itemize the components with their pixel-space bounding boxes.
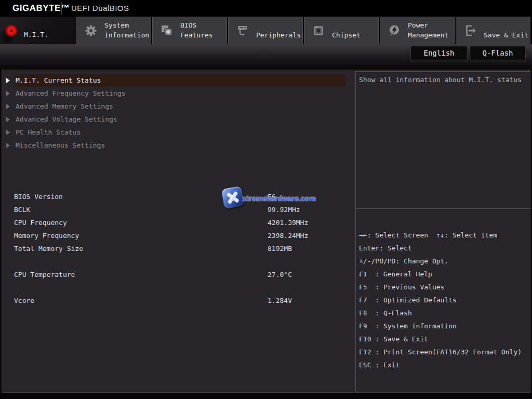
help-key-line: ESC : Exit bbox=[359, 358, 529, 371]
info-value: 8192MB bbox=[268, 245, 292, 252]
tab-label-mit: M.I.T. bbox=[24, 20, 48, 41]
submenu-arrow-icon bbox=[6, 143, 10, 148]
tab-system-information[interactable]: System Information bbox=[76, 17, 151, 44]
watermark-text: xtremehardware.com bbox=[243, 194, 316, 203]
bios-features-icon bbox=[159, 23, 174, 38]
tab-label-save-exit: Save & Exit bbox=[484, 20, 528, 42]
mit-red-circle-icon bbox=[5, 24, 18, 37]
info-row-memory-frequency: Memory Frequency 2398.24MHz bbox=[2, 232, 354, 241]
peripherals-icon bbox=[235, 23, 250, 38]
tab-label-bios-features: BIOS Features bbox=[180, 20, 213, 42]
hotkey-legend: →←: Select Screen ↑↓: Select Item Enter:… bbox=[359, 229, 529, 371]
info-label: CPU Temperature bbox=[14, 271, 75, 278]
tab-peripherals[interactable]: Peripherals bbox=[228, 17, 303, 44]
submenu-arrow-icon bbox=[6, 117, 10, 122]
help-key-line: F7 : Optimized Defaults bbox=[359, 294, 529, 307]
qflash-button[interactable]: Q-Flash bbox=[470, 46, 526, 61]
menu-item-advanced-voltage-settings[interactable]: Advanced Voltage Settings bbox=[2, 113, 354, 126]
tab-label-peripherals: Peripherals bbox=[256, 20, 301, 42]
menu-item-label: Miscellaneous Settings bbox=[16, 139, 105, 152]
submenu-arrow-icon bbox=[6, 130, 10, 135]
info-label: BCLK bbox=[14, 206, 30, 214]
info-row-cpu-frequency: CPU Frequency 4201.39MHz bbox=[2, 219, 354, 228]
help-key-line: F1 : General Help bbox=[359, 268, 529, 281]
help-key-line: F8 : Q-Flash bbox=[359, 307, 529, 320]
save-exit-icon bbox=[463, 23, 477, 38]
tab-mit[interactable]: M.I.T. bbox=[0, 17, 76, 44]
sub-header-band: English Q-Flash bbox=[0, 44, 532, 70]
menu-item-label: M.I.T. Current Status bbox=[16, 74, 101, 87]
help-key-line: Enter: Select bbox=[359, 242, 529, 255]
help-key-line: F10 : Save & Exit bbox=[359, 332, 529, 345]
menu-item-mit-current-status[interactable]: M.I.T. Current Status bbox=[2, 74, 354, 87]
help-key-line: F5 : Previous Values bbox=[359, 281, 529, 294]
menu-item-label: Advanced Voltage Settings bbox=[16, 113, 117, 126]
help-key-line: F12 : Print Screen(FAT16/32 Format Only) bbox=[359, 345, 529, 358]
info-value: 1.284V bbox=[268, 297, 292, 304]
help-panel-divider bbox=[356, 208, 530, 209]
chipset-icon bbox=[311, 23, 326, 38]
tab-power-management[interactable]: Power Management bbox=[380, 17, 455, 44]
tab-chipset[interactable]: Chipset bbox=[304, 17, 379, 44]
tab-label-chipset: Chipset bbox=[332, 20, 361, 42]
menu-item-label: Advanced Frequency Settings bbox=[16, 87, 125, 100]
tab-label-power-management: Power Management bbox=[408, 20, 448, 42]
tab-save-exit[interactable]: Save & Exit bbox=[456, 17, 530, 44]
tab-bar: M.I.T. System Information bbox=[0, 17, 532, 44]
info-label: Vcore bbox=[14, 297, 34, 304]
menu-item-label: Advanced Memory Settings bbox=[16, 100, 113, 113]
info-row-total-memory-size: Total Memory Size 8192MB bbox=[2, 245, 354, 254]
watermark-logo bbox=[221, 186, 244, 209]
info-row-bclk: BCLK 99.92MHz bbox=[2, 206, 354, 215]
product-title: UEFI DualBIOS bbox=[71, 4, 129, 12]
tab-label-system-information: System Information bbox=[104, 20, 149, 42]
top-bar: GIGABYTE™ UEFI DualBIOS bbox=[0, 0, 532, 17]
help-key-line: +/-/PU/PD: Change Opt. bbox=[359, 255, 529, 268]
submenu-arrow-icon bbox=[6, 78, 10, 83]
submenu-arrow-icon bbox=[6, 91, 10, 96]
menu-item-advanced-frequency-settings[interactable]: Advanced Frequency Settings bbox=[2, 87, 354, 100]
menu-item-label: PC Health Status bbox=[16, 126, 81, 139]
submenu-arrow-icon bbox=[6, 104, 10, 109]
power-icon bbox=[387, 23, 402, 38]
gear-icon bbox=[84, 23, 98, 38]
info-label: BIOS Version bbox=[14, 193, 63, 201]
help-panel: Show all information about M.I.T. status… bbox=[355, 71, 530, 392]
info-row-vcore: Vcore 1.284V bbox=[2, 297, 354, 306]
info-value: 2398.24MHz bbox=[268, 232, 308, 240]
info-row-cpu-temperature: CPU Temperature 27.0°C bbox=[2, 271, 354, 280]
info-value: 4201.39MHz bbox=[268, 219, 308, 227]
info-value: 27.0°C bbox=[268, 271, 292, 278]
info-value: 99.92MHz bbox=[268, 206, 300, 214]
header-divider bbox=[61, 2, 62, 15]
help-key-line: →←: Select Screen ↑↓: Select Item bbox=[359, 229, 529, 242]
info-label: Total Memory Size bbox=[14, 245, 83, 252]
menu-item-miscellaneous-settings[interactable]: Miscellaneous Settings bbox=[2, 139, 354, 152]
item-description: Show all information about M.I.T. status bbox=[359, 76, 528, 84]
help-key-line: F9 : System Information bbox=[359, 320, 529, 332]
info-label: Memory Frequency bbox=[14, 232, 79, 240]
menu-item-advanced-memory-settings[interactable]: Advanced Memory Settings bbox=[2, 100, 354, 113]
menu-item-pc-health-status[interactable]: PC Health Status bbox=[2, 126, 354, 139]
tab-bios-features[interactable]: BIOS Features bbox=[152, 17, 227, 44]
language-button[interactable]: English bbox=[410, 46, 468, 61]
info-label: CPU Frequency bbox=[14, 219, 67, 227]
